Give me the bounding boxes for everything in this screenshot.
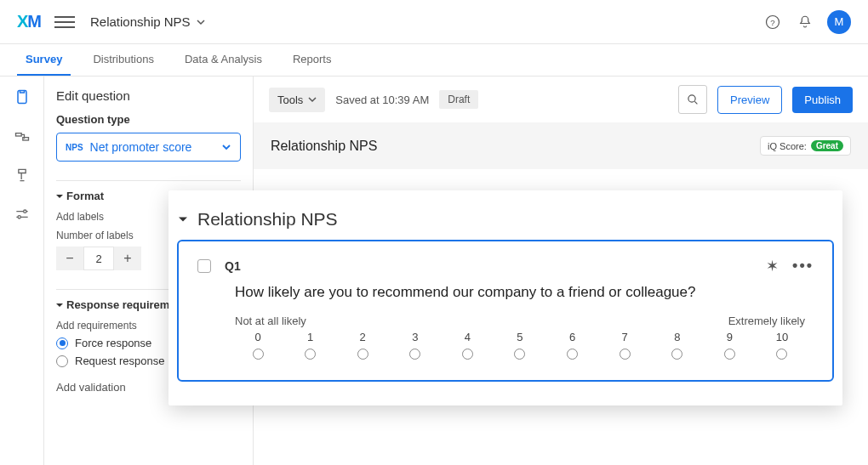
chevron-down-icon (221, 142, 231, 152)
add-validation-label: Add validation (56, 381, 126, 394)
question-type-name: Net promoter score (90, 140, 214, 154)
svg-text:?: ? (770, 17, 775, 26)
tab-survey[interactable]: Survey (17, 44, 71, 76)
svg-point-7 (688, 94, 694, 101)
overlay-title: Relationship NPS (197, 209, 338, 230)
radio-icon[interactable] (620, 349, 631, 360)
scale-option-10[interactable]: 10 (759, 331, 805, 360)
chevron-down-icon (308, 95, 317, 104)
radio-checked-icon (56, 337, 68, 349)
scale-right-label: Extremely likely (728, 315, 805, 327)
question-card[interactable]: Q1 ✶ ••• How likely are you to recommend… (177, 240, 834, 382)
project-name-label: Relationship NPS (90, 14, 191, 29)
canvas-toolbar: Tools Saved at 10:39 AM Draft Preview Pu… (254, 77, 868, 122)
scale-number: 10 (776, 331, 788, 343)
scale-number: 8 (674, 331, 680, 343)
search-button[interactable] (678, 85, 707, 114)
logo: XM (17, 12, 41, 31)
scale-number: 0 (254, 331, 260, 343)
tools-label: Tools (277, 94, 303, 106)
draft-badge: Draft (439, 90, 478, 109)
saved-timestamp: Saved at 10:39 AM (335, 94, 429, 106)
scale-number: 7 (622, 331, 628, 343)
notifications-icon[interactable] (791, 9, 819, 36)
radio-icon[interactable] (462, 349, 473, 360)
request-response-label: Request response (75, 354, 165, 367)
question-number: Q1 (225, 259, 241, 273)
question-overlay: Relationship NPS Q1 ✶ ••• How likely are… (168, 190, 842, 405)
chevron-down-icon (196, 17, 206, 27)
star-icon[interactable]: ✶ (766, 257, 779, 275)
stepper-decrement[interactable]: − (56, 247, 83, 270)
avatar[interactable]: M (827, 10, 851, 34)
scale-number: 5 (517, 331, 523, 343)
survey-block-title: Relationship NPS (271, 139, 377, 154)
scale-option-0[interactable]: 0 (235, 331, 281, 360)
edit-panel-title: Edit question (56, 88, 241, 103)
stepper-increment[interactable]: + (114, 247, 141, 270)
caret-down-icon (56, 193, 63, 200)
project-selector[interactable]: Relationship NPS (90, 14, 206, 29)
rail-builder-icon[interactable] (12, 87, 32, 107)
scale-option-4[interactable]: 4 (444, 331, 490, 360)
svg-rect-3 (15, 133, 21, 136)
question-type-select[interactable]: NPS Net promoter score (56, 133, 241, 162)
survey-block-header: Relationship NPS iQ Score: Great (254, 122, 868, 169)
scale-option-1[interactable]: 1 (288, 331, 334, 360)
radio-icon[interactable] (305, 349, 316, 360)
question-type-label: Question type (56, 113, 241, 126)
caret-down-icon[interactable] (179, 215, 187, 224)
scale-number: 1 (307, 331, 313, 343)
search-icon (687, 94, 700, 106)
nps-scale: 012345678910 (235, 331, 805, 360)
scale-left-label: Not at all likely (235, 315, 306, 327)
tab-data-analysis[interactable]: Data & Analysis (176, 44, 271, 76)
force-response-label: Force response (75, 337, 151, 349)
scale-option-3[interactable]: 3 (392, 331, 438, 360)
format-section-label: Format (66, 190, 104, 202)
question-checkbox[interactable] (197, 259, 211, 273)
rail-look-feel-icon[interactable] (12, 165, 32, 185)
radio-icon[interactable] (776, 349, 787, 360)
help-icon[interactable]: ? (759, 9, 786, 36)
tab-distributions[interactable]: Distributions (84, 44, 163, 76)
preview-button[interactable]: Preview (717, 86, 782, 114)
more-icon[interactable]: ••• (792, 257, 814, 275)
radio-icon[interactable] (724, 349, 735, 360)
rail-options-icon[interactable] (12, 204, 32, 224)
nps-badge: NPS (66, 143, 83, 152)
scale-option-8[interactable]: 8 (654, 331, 700, 360)
scale-number: 6 (569, 331, 575, 343)
tab-reports[interactable]: Reports (284, 44, 340, 76)
scale-number: 4 (465, 331, 471, 343)
publish-button[interactable]: Publish (792, 87, 853, 113)
scale-number: 3 (412, 331, 418, 343)
scale-option-5[interactable]: 5 (497, 331, 543, 360)
iq-score-label: iQ Score: (768, 141, 807, 151)
main-tabs: Survey Distributions Data & Analysis Rep… (0, 44, 868, 77)
radio-icon[interactable] (514, 349, 525, 360)
scale-option-9[interactable]: 9 (706, 331, 752, 360)
caret-down-icon (56, 302, 63, 309)
radio-icon[interactable] (671, 349, 682, 360)
left-rail (0, 77, 44, 465)
scale-option-2[interactable]: 2 (340, 331, 385, 360)
iq-score-badge[interactable]: iQ Score: Great (760, 136, 851, 156)
iq-score-value: Great (811, 140, 843, 151)
radio-unchecked-icon (56, 355, 68, 367)
question-text[interactable]: How likely are you to recommend our comp… (235, 284, 814, 301)
scale-option-6[interactable]: 6 (550, 331, 596, 360)
menu-icon[interactable] (54, 16, 75, 28)
scale-number: 2 (360, 331, 366, 343)
radio-icon[interactable] (409, 349, 420, 360)
svg-rect-4 (22, 138, 28, 140)
radio-icon[interactable] (567, 349, 578, 360)
top-header: XM Relationship NPS ? M (0, 0, 868, 44)
svg-point-5 (23, 210, 26, 213)
scale-number: 9 (727, 331, 733, 343)
tools-button[interactable]: Tools (269, 88, 325, 112)
rail-flow-icon[interactable] (12, 126, 32, 146)
scale-option-7[interactable]: 7 (602, 331, 648, 360)
radio-icon[interactable] (253, 349, 264, 360)
radio-icon[interactable] (357, 349, 368, 360)
